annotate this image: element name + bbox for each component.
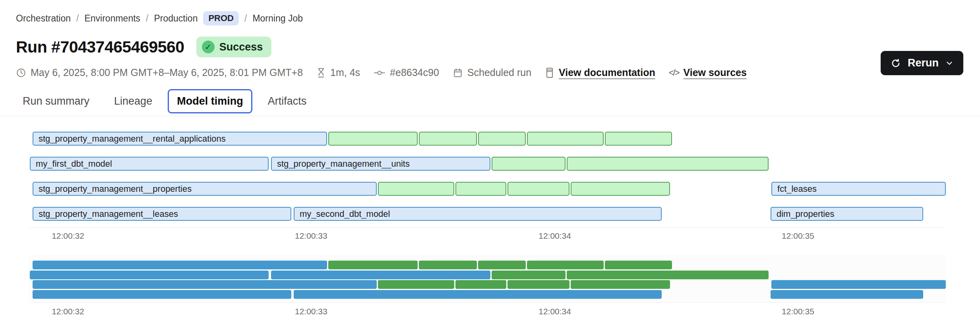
model-bar[interactable]: my_first_dbt_model xyxy=(30,157,269,171)
minimap-test-bar[interactable] xyxy=(507,280,569,289)
axis-tick-label: 12:00:34 xyxy=(538,307,571,316)
minimap-axis-line xyxy=(29,302,946,302)
axis-tick-label: 12:00:35 xyxy=(782,231,814,241)
model-bar[interactable]: dim_properties xyxy=(771,207,923,221)
gantt-axis-labels: 12:00:3212:00:3312:00:3412:00:35 xyxy=(29,231,946,242)
minimap-test-bar[interactable] xyxy=(378,280,454,289)
model-bar[interactable]: my_second_dbt_model xyxy=(294,207,662,221)
test-bar[interactable] xyxy=(455,182,506,196)
minimap-model-bar[interactable] xyxy=(771,280,946,289)
minimap-test-bar[interactable] xyxy=(571,280,670,289)
minimap-test-bar[interactable] xyxy=(419,261,477,269)
minimap-test-bar[interactable] xyxy=(328,261,418,269)
chevron-down-icon xyxy=(945,59,954,68)
gantt-row: stg_property_management__leasesmy_second… xyxy=(29,207,946,221)
test-bar[interactable] xyxy=(507,182,569,196)
minimap-row xyxy=(29,261,946,269)
model-bar[interactable]: stg_property_management__leases xyxy=(33,207,291,221)
gantt-row: stg_property_management__rental_applicat… xyxy=(29,132,946,146)
model-bar-label: stg_property_management__leases xyxy=(33,209,178,219)
minimap-model-bar[interactable] xyxy=(771,290,923,299)
minimap-test-bar[interactable] xyxy=(478,261,526,269)
model-bar-label: fct_leases xyxy=(772,184,817,194)
model-bar-label: stg_property_management__properties xyxy=(33,184,192,194)
gantt-row: my_first_dbt_modelstg_property_managemen… xyxy=(29,157,946,171)
minimap-model-bar[interactable] xyxy=(33,280,377,289)
model-bar-label: stg_property_management__rental_applicat… xyxy=(33,134,226,144)
axis-tick-label: 12:00:33 xyxy=(295,231,327,241)
minimap-row xyxy=(29,271,946,279)
model-bar[interactable]: stg_property_management__units xyxy=(271,157,490,171)
model-bar-label: stg_property_management__units xyxy=(272,159,410,169)
test-bar[interactable] xyxy=(478,132,526,146)
test-bar[interactable] xyxy=(492,157,566,171)
model-bar[interactable]: fct_leases xyxy=(771,182,946,196)
test-bar[interactable] xyxy=(571,182,670,196)
minimap-model-bar[interactable] xyxy=(33,261,327,269)
minimap-model-bar[interactable] xyxy=(294,290,662,299)
axis-tick-label: 12:00:32 xyxy=(52,307,84,316)
model-bar-label: my_second_dbt_model xyxy=(294,209,390,219)
test-bar[interactable] xyxy=(419,132,477,146)
axis-tick-label: 12:00:34 xyxy=(538,231,571,241)
model-bar-label: my_first_dbt_model xyxy=(31,159,112,169)
test-bar[interactable] xyxy=(605,132,672,146)
model-bar[interactable]: stg_property_management__properties xyxy=(33,182,377,196)
minimap-test-bar[interactable] xyxy=(567,271,769,279)
test-bar[interactable] xyxy=(567,157,769,171)
minimap-model-bar[interactable] xyxy=(30,271,269,279)
minimap-test-bar[interactable] xyxy=(527,261,604,269)
gantt-row: stg_property_management__propertiesfct_l… xyxy=(29,182,946,196)
minimap-model-bar[interactable] xyxy=(33,290,291,299)
test-bar[interactable] xyxy=(378,182,454,196)
minimap-test-bar[interactable] xyxy=(605,261,672,269)
axis-tick-label: 12:00:33 xyxy=(295,307,327,316)
minimap-test-bar[interactable] xyxy=(455,280,506,289)
run-page: Orchestration / Environments / Productio… xyxy=(0,0,980,335)
model-bar-label: dim_properties xyxy=(771,209,835,219)
minimap-test-bar[interactable] xyxy=(492,271,566,279)
clock-icon xyxy=(16,68,26,78)
gantt-axis-line xyxy=(29,227,946,228)
minimap-row xyxy=(29,280,946,289)
minimap-model-bar[interactable] xyxy=(271,271,490,279)
model-timing-chart: stg_property_management__rental_applicat… xyxy=(29,0,946,335)
model-bar[interactable]: stg_property_management__rental_applicat… xyxy=(33,132,327,146)
minimap-row xyxy=(29,290,946,299)
axis-tick-label: 12:00:35 xyxy=(782,307,814,316)
axis-tick-label: 12:00:32 xyxy=(52,231,84,241)
test-bar[interactable] xyxy=(328,132,418,146)
test-bar[interactable] xyxy=(527,132,604,146)
minimap-axis-labels: 12:00:3212:00:3312:00:3412:00:35 xyxy=(29,307,946,317)
